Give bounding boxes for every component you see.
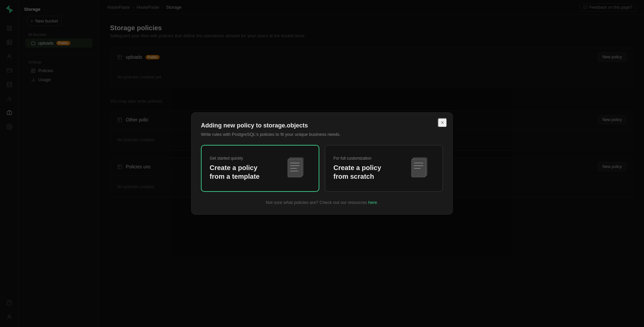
card-scratch-icon bbox=[408, 155, 434, 182]
policy-card-template[interactable]: Get started quickly Create a policyfrom … bbox=[201, 145, 319, 192]
modal-close-button[interactable]: × bbox=[438, 118, 447, 127]
card-template-eyebrow: Get started quickly bbox=[210, 156, 260, 161]
policy-cards: Get started quickly Create a policyfrom … bbox=[201, 145, 443, 192]
card-template-title: Create a policyfrom a template bbox=[210, 163, 260, 181]
card-template-icon bbox=[284, 155, 311, 182]
card-scratch-title: Create a policyfrom scratch bbox=[333, 163, 381, 181]
footer-text: Not sure what policies are? Check out ou… bbox=[266, 200, 367, 205]
modal-subtitle: Write rules with PostgreSQL's policies t… bbox=[201, 132, 443, 137]
modal: Adding new policy to storage.objects Wri… bbox=[191, 112, 453, 215]
card-scratch-eyebrow: For full customization bbox=[333, 156, 381, 161]
modal-title: Adding new policy to storage.objects bbox=[201, 122, 443, 129]
footer-link[interactable]: here bbox=[368, 200, 377, 205]
modal-overlay[interactable]: Adding new policy to storage.objects Wri… bbox=[0, 0, 644, 327]
policy-card-scratch[interactable]: For full customization Create a policyfr… bbox=[325, 145, 443, 192]
modal-footer: Not sure what policies are? Check out ou… bbox=[201, 200, 443, 205]
policy-card-template-text: Get started quickly Create a policyfrom … bbox=[210, 156, 260, 181]
policy-card-scratch-text: For full customization Create a policyfr… bbox=[333, 156, 381, 181]
footer-period: . bbox=[377, 200, 378, 205]
